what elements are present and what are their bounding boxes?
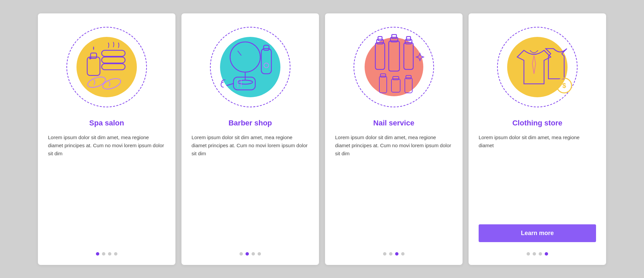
svg-rect-3 bbox=[87, 57, 100, 75]
nail-service-text: Lorem ipsum dolor sit dim amet, mea regi… bbox=[335, 133, 452, 245]
barber-shop-card: Barber shop Lorem ipsum dolor sit dim am… bbox=[181, 13, 319, 265]
svg-rect-33 bbox=[406, 75, 411, 79]
svg-rect-21 bbox=[378, 37, 382, 41]
svg-line-11 bbox=[238, 51, 241, 55]
dot-2 bbox=[102, 252, 105, 256]
svg-line-16 bbox=[227, 84, 233, 86]
barber-shop-dots bbox=[239, 252, 261, 256]
dot-3 bbox=[108, 252, 111, 256]
svg-rect-13 bbox=[264, 45, 269, 50]
dot-1 bbox=[383, 252, 386, 256]
svg-rect-27 bbox=[407, 37, 411, 41]
svg-rect-12 bbox=[261, 49, 271, 74]
svg-rect-2 bbox=[102, 64, 125, 70]
svg-point-5 bbox=[89, 57, 91, 59]
dot-1 bbox=[239, 252, 243, 256]
spa-salon-icon-area bbox=[63, 23, 150, 111]
svg-rect-29 bbox=[380, 74, 386, 77]
dot-2 bbox=[533, 252, 536, 256]
dot-2 bbox=[246, 252, 249, 256]
dot-1 bbox=[96, 252, 99, 256]
nail-service-title: Nail service bbox=[373, 119, 414, 127]
svg-point-7 bbox=[101, 76, 122, 91]
nail-service-dots bbox=[383, 252, 405, 256]
svg-rect-25 bbox=[404, 43, 413, 69]
nail-service-card: Nail service Lorem ipsum dolor sit dim a… bbox=[325, 13, 463, 265]
spa-salon-text: Lorem ipsum dolor sit dim amet, mea regi… bbox=[48, 133, 165, 245]
dot-3 bbox=[252, 252, 255, 256]
svg-text:$: $ bbox=[562, 82, 566, 89]
svg-rect-32 bbox=[405, 78, 412, 93]
nail-service-icon-area bbox=[350, 23, 437, 111]
barber-shop-icon-area bbox=[207, 23, 294, 111]
dot-4 bbox=[258, 252, 261, 256]
clothing-store-svg: $ bbox=[499, 30, 576, 104]
spa-salon-dots bbox=[96, 252, 117, 256]
clothing-store-dots bbox=[527, 252, 548, 256]
nail-service-svg bbox=[355, 29, 432, 105]
dot-2 bbox=[389, 252, 392, 256]
svg-rect-24 bbox=[392, 35, 396, 39]
dot-1 bbox=[527, 252, 530, 256]
svg-rect-30 bbox=[391, 79, 400, 92]
barber-shop-title: Barber shop bbox=[228, 119, 272, 127]
svg-rect-22 bbox=[389, 41, 399, 71]
dot-4 bbox=[401, 252, 405, 256]
svg-point-6 bbox=[86, 75, 107, 90]
dot-3 bbox=[395, 252, 398, 256]
svg-rect-15 bbox=[233, 77, 255, 90]
svg-rect-0 bbox=[102, 50, 125, 56]
svg-point-10 bbox=[238, 80, 253, 84]
dot-4 bbox=[545, 252, 548, 256]
barber-shop-svg bbox=[212, 30, 289, 104]
svg-rect-28 bbox=[379, 76, 387, 93]
clothing-store-title: Clothing store bbox=[512, 119, 562, 127]
svg-rect-1 bbox=[102, 57, 125, 63]
spa-salon-title: Spa salon bbox=[89, 119, 124, 127]
dot-3 bbox=[539, 252, 542, 256]
svg-rect-4 bbox=[91, 53, 97, 58]
clothing-store-card: $ Clothing store Lorem ipsum dolor sit d… bbox=[469, 13, 606, 265]
svg-point-14 bbox=[264, 63, 269, 68]
svg-point-8 bbox=[230, 42, 260, 72]
spa-salon-card: Spa salon Lorem ipsum dolor sit dim amet… bbox=[38, 13, 175, 265]
svg-rect-31 bbox=[393, 76, 399, 80]
spa-salon-svg bbox=[70, 30, 144, 104]
clothing-store-icon-area: $ bbox=[494, 23, 581, 111]
barber-shop-text: Lorem ipsum dolor sit dim amet, mea regi… bbox=[192, 133, 309, 245]
svg-rect-19 bbox=[375, 43, 385, 69]
clothing-store-text: Lorem ipsum dolor sit dim amet, mea regi… bbox=[479, 133, 596, 221]
cards-container: Spa salon Lorem ipsum dolor sit dim amet… bbox=[34, 13, 610, 265]
learn-more-button[interactable]: Learn more bbox=[479, 224, 596, 242]
dot-4 bbox=[114, 252, 117, 256]
